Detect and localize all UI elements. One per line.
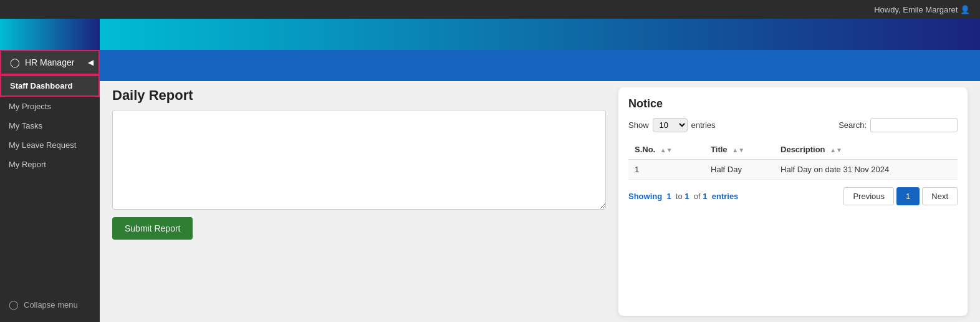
chevron-left-icon: ◀ (88, 58, 94, 67)
col-description: Description ▲▼ (774, 140, 958, 160)
collapse-menu-label: Collapse menu (24, 300, 78, 310)
sidebar-item-my-tasks[interactable]: My Tasks (0, 116, 100, 135)
my-leave-request-label: My Leave Request (9, 140, 76, 150)
show-label: Show (628, 120, 649, 130)
cell-sno: 1 (628, 160, 704, 180)
sort-icon-description: ▲▼ (830, 147, 842, 154)
entries-select[interactable]: 10 25 50 100 (653, 118, 688, 132)
sidebar-item-staff-dashboard[interactable]: Staff Dashboard (0, 75, 100, 97)
notice-title: Notice (628, 97, 958, 110)
sidebar-item-my-projects[interactable]: My Projects (0, 97, 100, 116)
greeting-text: Howdy, Emile Margaret (874, 5, 958, 14)
cell-description: Half Day on date 31 Nov 2024 (774, 160, 958, 180)
my-tasks-label: My Tasks (9, 121, 42, 130)
page-1-button[interactable]: 1 (896, 187, 920, 205)
pagination-buttons: Previous 1 Next (843, 187, 958, 205)
pagination-of: 1 (703, 192, 707, 201)
table-row: 1 Half Day Half Day on date 31 Nov 2024 (628, 160, 958, 180)
content-area: Daily Report Submit Report Notice Show 1… (100, 19, 980, 322)
search-box: Search: (838, 118, 958, 132)
sort-icon-sno: ▲▼ (660, 147, 673, 154)
my-projects-label: My Projects (9, 102, 51, 111)
daily-report-section: Daily Report Submit Report (112, 87, 606, 316)
pagination-info: Showing 1 to 1 of 1 entries (628, 192, 738, 201)
pagination-entries: entries (712, 192, 739, 201)
sidebar-item-my-leave-request[interactable]: My Leave Request (0, 135, 100, 155)
daily-report-title: Daily Report (112, 87, 606, 104)
next-button[interactable]: Next (922, 187, 958, 205)
my-report-label: My Report (9, 160, 46, 169)
table-header-row: S.No. ▲▼ Title ▲▼ Description ▲▼ (628, 140, 958, 160)
notice-section: Notice Show 10 25 50 100 entries Search (618, 87, 968, 316)
main-content: Daily Report Submit Report Notice Show 1… (100, 87, 980, 322)
clock-icon: ◯ (10, 57, 20, 67)
collapse-menu-button[interactable]: ◯ Collapse menu (0, 293, 100, 316)
pagination-from: 1 (666, 192, 671, 201)
sidebar-item-my-report[interactable]: My Report (0, 155, 100, 174)
sidebar: ◯ HR Manager ◀ Staff Dashboard My Projec… (0, 19, 100, 322)
previous-button[interactable]: Previous (843, 187, 894, 205)
sidebar-hr-manager[interactable]: ◯ HR Manager ◀ (0, 50, 100, 75)
showing-text: Showing (628, 192, 662, 201)
pagination-row: Showing 1 to 1 of 1 entries Previous 1 N… (628, 187, 958, 205)
staff-dashboard-label: Staff Dashboard (10, 81, 72, 90)
notice-table: S.No. ▲▼ Title ▲▼ Description ▲▼ (628, 140, 958, 180)
daily-report-textarea[interactable] (112, 110, 606, 210)
sort-icon-title: ▲▼ (732, 147, 744, 154)
entries-label: entries (691, 120, 716, 130)
hr-manager-label: HR Manager (25, 57, 74, 67)
search-input[interactable] (870, 118, 958, 132)
show-entries-control: Show 10 25 50 100 entries (628, 118, 716, 132)
user-icon: 👤 (960, 5, 970, 14)
collapse-icon: ◯ (9, 300, 19, 310)
pagination-to: 1 (685, 192, 689, 201)
notice-controls: Show 10 25 50 100 entries Search: (628, 118, 958, 132)
header-banner (100, 19, 980, 50)
col-title: Title ▲▼ (704, 140, 774, 160)
blue-banner (100, 50, 980, 81)
search-label: Search: (838, 120, 867, 130)
submit-report-button[interactable]: Submit Report (112, 217, 193, 240)
col-sno: S.No. ▲▼ (628, 140, 704, 160)
cell-title: Half Day (704, 160, 774, 180)
